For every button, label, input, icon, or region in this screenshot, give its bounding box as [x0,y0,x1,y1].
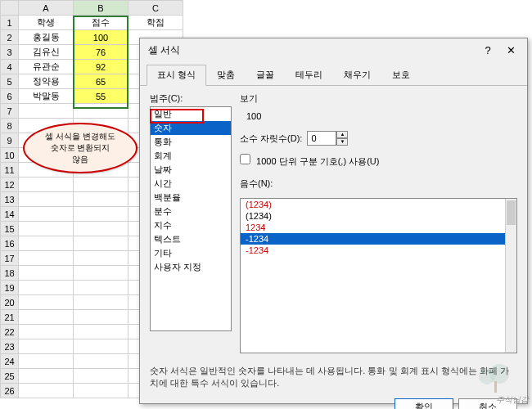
row-header[interactable]: 22 [1,325,19,339]
negative-format-item[interactable]: (1234) [241,210,516,222]
cell[interactable] [74,295,128,310]
cell[interactable]: 점수 [74,16,128,30]
row-header[interactable]: 15 [1,222,19,236]
cell[interactable] [74,354,128,369]
cell[interactable] [19,251,74,266]
category-item[interactable]: 통화 [151,135,231,149]
category-item[interactable]: 지수 [151,218,231,232]
category-item[interactable]: 숫자 [151,121,231,135]
cell[interactable] [19,339,74,354]
cell[interactable] [74,339,128,354]
col-header-c[interactable]: C [128,1,183,16]
row-header[interactable]: 9 [1,133,19,148]
spinner-down[interactable]: ▼ [336,138,348,146]
tab-0[interactable]: 표시 형식 [147,65,206,86]
row-header[interactable]: 23 [1,339,19,354]
cell[interactable] [19,354,74,369]
category-item[interactable]: 텍스트 [151,232,231,246]
cell[interactable] [74,369,128,384]
row-header[interactable]: 3 [1,45,19,60]
cell[interactable]: 김유신 [19,45,74,60]
cell[interactable] [19,207,74,222]
category-item[interactable]: 백분율 [151,191,231,204]
negative-numbers-listbox[interactable]: (1234)(1234)1234-1234-1234 [240,198,517,353]
row-header[interactable]: 20 [1,295,19,310]
negative-format-item[interactable]: (1234) [241,199,516,210]
row-header[interactable]: 16 [1,236,19,251]
cell[interactable]: 92 [74,60,128,74]
thousands-separator-checkbox[interactable]: 1000 단위 구분 기호(,) 사용(U) [240,154,379,168]
category-item[interactable]: 분수 [151,204,231,218]
cell[interactable] [19,281,74,295]
cell[interactable] [74,192,128,207]
row-header[interactable]: 10 [1,148,19,163]
cancel-button[interactable]: 취소 [458,398,517,409]
cell[interactable] [74,207,128,222]
cell[interactable] [74,104,128,119]
spinner-up[interactable]: ▲ [336,131,348,138]
category-item[interactable]: 회계 [151,149,231,163]
help-button[interactable]: ? [476,40,499,60]
row-header[interactable]: 18 [1,266,19,281]
tab-4[interactable]: 채우기 [333,65,381,85]
tab-5[interactable]: 보호 [381,65,421,85]
cell[interactable] [19,236,74,251]
cell[interactable] [74,178,128,192]
col-header-a[interactable]: A [19,1,74,16]
cell[interactable] [74,281,128,295]
col-header-b[interactable]: B [74,1,128,16]
cell[interactable]: 76 [74,45,128,60]
cell[interactable] [74,384,128,398]
cell[interactable] [74,310,128,325]
cell[interactable]: 유관순 [19,60,74,74]
row-header[interactable]: 14 [1,207,19,222]
cell[interactable] [74,266,128,281]
cell[interactable] [74,325,128,339]
cell[interactable]: 박말동 [19,89,74,104]
row-header[interactable]: 11 [1,163,19,178]
tab-2[interactable]: 글꼴 [246,65,285,85]
select-all-corner[interactable] [1,1,19,16]
row-header[interactable]: 19 [1,281,19,295]
negative-format-item[interactable]: -1234 [241,233,516,245]
row-header[interactable]: 7 [1,104,19,119]
row-header[interactable]: 4 [1,60,19,74]
negative-format-item[interactable]: -1234 [241,245,516,256]
dialog-titlebar[interactable]: 셀 서식 ? ✕ [140,38,527,61]
cell[interactable] [19,104,74,119]
decimal-places-input[interactable] [307,131,336,146]
row-header[interactable]: 17 [1,251,19,266]
category-item[interactable]: 기타 [151,246,231,260]
category-listbox[interactable]: 일반숫자통화회계날짜시간백분율분수지수텍스트기타사용자 지정 [150,106,232,331]
cell[interactable]: 홍길동 [19,30,74,45]
close-button[interactable]: ✕ [499,40,522,60]
cell[interactable] [74,251,128,266]
decimal-places-spinner[interactable]: ▲ ▼ [307,131,348,146]
cell[interactable] [19,192,74,207]
category-item[interactable]: 사용자 지정 [151,260,231,274]
cell[interactable] [19,178,74,192]
row-header[interactable]: 2 [1,30,19,45]
cell[interactable]: 정약용 [19,74,74,89]
cell[interactable] [19,325,74,339]
row-header[interactable]: 26 [1,384,19,398]
cell[interactable]: 55 [74,89,128,104]
category-item[interactable]: 시간 [151,177,231,191]
cell[interactable] [19,222,74,236]
cell[interactable] [74,236,128,251]
ok-button[interactable]: 확인 [394,398,453,409]
cell[interactable] [19,310,74,325]
row-header[interactable]: 13 [1,192,19,207]
row-header[interactable]: 1 [1,16,19,30]
category-item[interactable]: 일반 [151,107,231,121]
cell[interactable] [19,384,74,398]
row-header[interactable]: 21 [1,310,19,325]
cell[interactable]: 학생 [19,16,74,30]
cell[interactable]: 65 [74,74,128,89]
row-header[interactable]: 12 [1,178,19,192]
tab-1[interactable]: 맞춤 [206,65,246,85]
row-header[interactable]: 5 [1,74,19,89]
cell[interactable] [19,266,74,281]
row-header[interactable]: 25 [1,369,19,384]
cell[interactable] [74,222,128,236]
